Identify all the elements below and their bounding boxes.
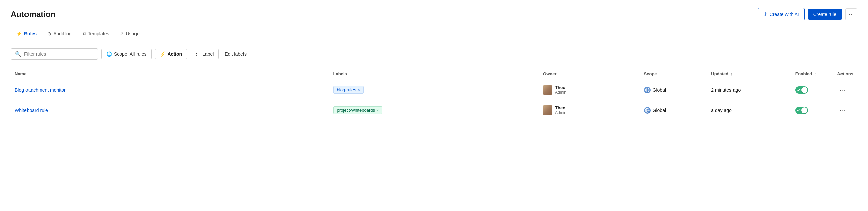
cell-name: Whiteboard rule xyxy=(11,100,329,120)
search-icon: 🔍 xyxy=(15,51,22,57)
tab-audit-log[interactable]: ⊙ Audit log xyxy=(42,27,77,40)
updated-text: a day ago xyxy=(711,107,732,113)
page-title: Automation xyxy=(11,10,55,19)
tab-rules[interactable]: ⚡ Rules xyxy=(11,27,42,40)
globe-scope-icon xyxy=(644,107,651,113)
create-with-ai-button[interactable]: ✳ Create with AI xyxy=(758,8,805,21)
globe-scope-icon xyxy=(644,87,651,94)
th-name[interactable]: Name ↕ xyxy=(11,68,329,80)
action-button[interactable]: ⚡ Action xyxy=(155,49,187,59)
sort-enabled-icon: ↕ xyxy=(814,72,816,76)
edit-labels-button[interactable]: Edit labels xyxy=(222,49,249,59)
tab-rules-label: Rules xyxy=(24,31,36,36)
action-label: Action xyxy=(168,51,182,57)
avatar xyxy=(543,105,552,115)
toggle-enabled[interactable] xyxy=(795,86,808,94)
label-badge: blog-rules × xyxy=(333,86,364,94)
action-lightning-icon: ⚡ xyxy=(160,51,166,57)
tab-usage[interactable]: ↗ Usage xyxy=(114,27,145,40)
cell-actions: ··· xyxy=(833,100,857,120)
scope-text: Global xyxy=(653,107,666,113)
template-icon: ⧉ xyxy=(83,31,86,36)
toolbar: 🔍 🌐 Scope: All rules ⚡ Action 🏷 Label Ed… xyxy=(11,46,857,62)
toggle-knob xyxy=(801,107,807,113)
search-input[interactable] xyxy=(24,51,94,57)
scope-label: Scope: All rules xyxy=(114,51,147,57)
cell-enabled xyxy=(791,80,833,100)
th-scope: Scope xyxy=(640,68,707,80)
label-remove-icon[interactable]: × xyxy=(376,108,379,112)
owner-name: Theo xyxy=(555,85,566,90)
label-remove-icon[interactable]: × xyxy=(358,88,360,93)
th-labels: Labels xyxy=(329,68,539,80)
table-body: Blog attachment monitor blog-rules × The… xyxy=(11,80,857,120)
owner-role: Admin xyxy=(555,90,566,95)
more-options-button[interactable]: ··· xyxy=(845,8,857,21)
table-header-row: Name ↕ Labels Owner Scope Updated ↕ Enab xyxy=(11,68,857,80)
owner-role: Admin xyxy=(555,110,566,115)
lightning-icon: ⚡ xyxy=(16,31,22,36)
create-rule-label: Create rule xyxy=(813,12,836,17)
th-updated[interactable]: Updated ↕ xyxy=(707,68,791,80)
tabs: ⚡ Rules ⊙ Audit log ⧉ Templates ↗ Usage xyxy=(11,27,857,40)
cell-name: Blog attachment monitor xyxy=(11,80,329,100)
cell-labels: blog-rules × xyxy=(329,80,539,100)
clock-icon: ⊙ xyxy=(47,31,51,36)
rules-table: Name ↕ Labels Owner Scope Updated ↕ Enab xyxy=(11,68,857,120)
tab-usage-label: Usage xyxy=(126,31,139,36)
scope-text: Global xyxy=(653,87,666,93)
more-icon: ··· xyxy=(848,11,854,18)
header-actions: ✳ Create with AI Create rule ··· xyxy=(758,8,857,21)
updated-text: 2 minutes ago xyxy=(711,87,741,93)
toggle-enabled[interactable] xyxy=(795,106,808,114)
scope-button[interactable]: 🌐 Scope: All rules xyxy=(101,49,152,59)
page-wrapper: Automation ✳ Create with AI Create rule … xyxy=(0,0,868,120)
create-ai-label: Create with AI xyxy=(770,12,799,17)
edit-labels-label: Edit labels xyxy=(225,51,247,57)
avatar xyxy=(543,85,552,95)
sort-updated-icon: ↕ xyxy=(731,72,733,76)
rule-name-link[interactable]: Whiteboard rule xyxy=(15,107,48,113)
th-enabled[interactable]: Enabled ↕ xyxy=(791,68,833,80)
chart-icon: ↗ xyxy=(120,31,124,36)
toggle-knob xyxy=(801,87,807,93)
th-actions: Actions xyxy=(833,68,857,80)
tab-audit-log-label: Audit log xyxy=(53,31,71,36)
globe-icon: 🌐 xyxy=(106,51,112,57)
row-actions-button[interactable]: ··· xyxy=(837,85,848,95)
tab-templates[interactable]: ⧉ Templates xyxy=(77,27,115,40)
cell-owner: Theo Admin xyxy=(539,100,640,120)
create-rule-button[interactable]: Create rule xyxy=(808,9,842,20)
cell-updated: 2 minutes ago xyxy=(707,80,791,100)
rule-name-link[interactable]: Blog attachment monitor xyxy=(15,87,66,93)
th-owner: Owner xyxy=(539,68,640,80)
table-row: Blog attachment monitor blog-rules × The… xyxy=(11,80,857,100)
sort-name-icon: ↕ xyxy=(29,72,31,76)
search-wrapper[interactable]: 🔍 xyxy=(11,48,98,60)
owner-name: Theo xyxy=(555,105,566,110)
row-actions-button[interactable]: ··· xyxy=(837,105,848,115)
ai-spark-icon: ✳ xyxy=(763,11,768,18)
cell-enabled xyxy=(791,100,833,120)
label-btn-label: Label xyxy=(202,51,214,57)
cell-updated: a day ago xyxy=(707,100,791,120)
label-tag-icon: 🏷 xyxy=(195,51,200,57)
page-header: Automation ✳ Create with AI Create rule … xyxy=(11,8,857,21)
table-row: Whiteboard rule project-whiteboards × Th… xyxy=(11,100,857,120)
label-button[interactable]: 🏷 Label xyxy=(190,49,219,59)
cell-scope: Global xyxy=(640,100,707,120)
cell-labels: project-whiteboards × xyxy=(329,100,539,120)
label-badge: project-whiteboards × xyxy=(333,106,382,114)
cell-owner: Theo Admin xyxy=(539,80,640,100)
tab-templates-label: Templates xyxy=(88,31,109,36)
cell-actions: ··· xyxy=(833,80,857,100)
cell-scope: Global xyxy=(640,80,707,100)
